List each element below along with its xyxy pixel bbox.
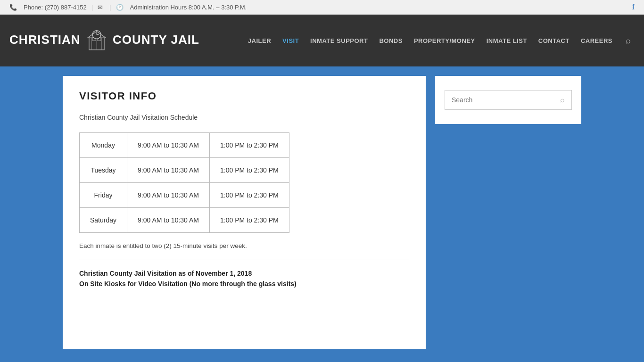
- sidebar: ⌕: [435, 76, 581, 349]
- schedule-morning: 9:00 AM to 10:30 AM: [127, 208, 210, 233]
- search-button[interactable]: ⌕: [553, 91, 571, 109]
- schedule-table: Monday9:00 AM to 10:30 AM1:00 PM to 2:30…: [79, 132, 289, 233]
- schedule-afternoon: 1:00 PM to 2:30 PM: [210, 208, 289, 233]
- facebook-icon[interactable]: [632, 3, 635, 11]
- search-input[interactable]: [445, 90, 553, 109]
- schedule-morning: 9:00 AM to 10:30 AM: [127, 183, 210, 208]
- schedule-day: Tuesday: [80, 158, 127, 183]
- nav-item-bonds[interactable]: BONDS: [374, 33, 407, 48]
- hours-label: Administration Hours 8:00 A.M. – 3:30 P.…: [130, 4, 247, 11]
- logo-area[interactable]: CHRISTIAN COUNTY JAIL: [9, 29, 199, 52]
- separator-2: |: [109, 4, 111, 11]
- content-area: VISITOR INFO Christian County Jail Visit…: [53, 76, 591, 349]
- main-content: VISITOR INFO Christian County Jail Visit…: [63, 76, 426, 349]
- schedule-day: Friday: [80, 183, 127, 208]
- search-box[interactable]: ⌕: [445, 90, 572, 110]
- phone-label: Phone: (270) 887-4152: [24, 4, 87, 11]
- nav-item-inmate-support[interactable]: INMATE SUPPORT: [305, 33, 372, 48]
- update-subtitle: On Site Kiosks for Video Visitation (No …: [79, 280, 409, 288]
- mail-icon: [98, 4, 105, 11]
- schedule-morning: 9:00 AM to 10:30 AM: [127, 158, 210, 183]
- schedule-morning: 9:00 AM to 10:30 AM: [127, 133, 210, 158]
- table-row: Monday9:00 AM to 10:30 AM1:00 PM to 2:30…: [80, 133, 289, 158]
- nav-item-jailer[interactable]: JAILER: [243, 33, 276, 48]
- content-divider: [79, 260, 409, 260]
- table-row: Friday9:00 AM to 10:30 AM1:00 PM to 2:30…: [80, 183, 289, 208]
- nav-item-inmate-list[interactable]: INMATE LIST: [482, 33, 532, 48]
- header: CHRISTIAN COUNTY JAIL JAILERV: [0, 15, 644, 66]
- separator-1: |: [91, 4, 93, 11]
- table-row: Saturday9:00 AM to 10:30 AM1:00 PM to 2:…: [80, 208, 289, 233]
- main-wrapper: VISITOR INFO Christian County Jail Visit…: [0, 66, 644, 359]
- search-icon-header[interactable]: ⌕: [622, 32, 635, 49]
- nav-item-property/money[interactable]: PROPERTY/MONEY: [409, 33, 480, 48]
- schedule-afternoon: 1:00 PM to 2:30 PM: [210, 133, 289, 158]
- clock-icon: [116, 4, 125, 11]
- logo-text-left: CHRISTIAN COUNTY JAIL: [9, 29, 199, 52]
- search-icon: ⌕: [560, 96, 565, 104]
- search-widget: ⌕: [435, 76, 581, 124]
- update-title: Christian County Jail Visitation as of N…: [79, 270, 409, 277]
- schedule-afternoon: 1:00 PM to 2:30 PM: [210, 183, 289, 208]
- schedule-day: Saturday: [80, 208, 127, 233]
- main-nav: JAILERVISITINMATE SUPPORTBONDSPROPERTY/M…: [243, 33, 617, 48]
- inmate-note: Each inmate is entitled to two (2) 15-mi…: [79, 242, 409, 249]
- top-bar-left: Phone: (270) 887-4152 | | Administration…: [9, 4, 247, 11]
- phone-icon: [9, 4, 19, 11]
- schedule-afternoon: 1:00 PM to 2:30 PM: [210, 158, 289, 183]
- page-title: VISITOR INFO: [79, 90, 409, 102]
- table-row: Tuesday9:00 AM to 10:30 AM1:00 PM to 2:3…: [80, 158, 289, 183]
- visitation-subtitle: Christian County Jail Visitation Schedul…: [79, 114, 409, 121]
- nav-item-careers[interactable]: CAREERS: [576, 33, 617, 48]
- nav-item-contact[interactable]: CONTACT: [534, 33, 574, 48]
- top-bar: Phone: (270) 887-4152 | | Administration…: [0, 0, 644, 15]
- schedule-day: Monday: [80, 133, 127, 158]
- nav-item-visit[interactable]: VISIT: [278, 33, 304, 48]
